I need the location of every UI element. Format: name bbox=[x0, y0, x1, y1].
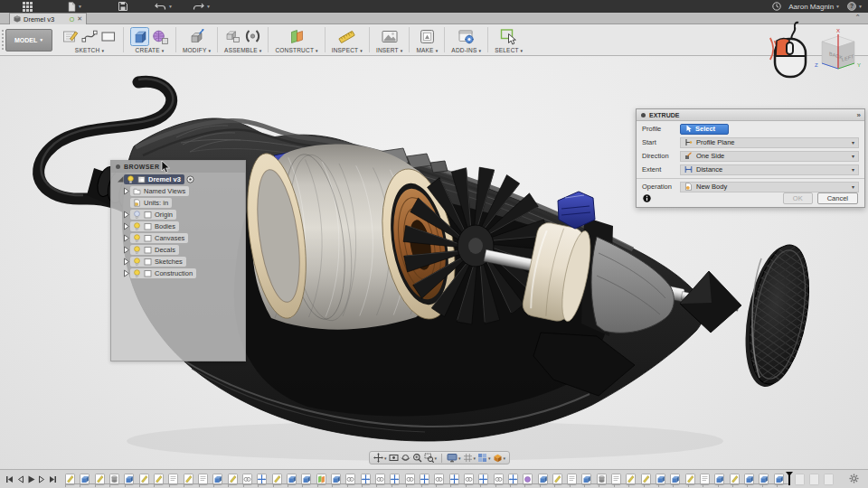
zoom-button[interactable] bbox=[412, 453, 422, 463]
extent-dropdown[interactable]: Distance▾ bbox=[680, 164, 859, 175]
browser-panel-header[interactable]: BROWSER bbox=[111, 161, 245, 173]
timeline-step-forward-icon[interactable] bbox=[38, 475, 46, 483]
new-component-icon[interactable] bbox=[224, 28, 241, 45]
viewports-button[interactable]: ▾ bbox=[477, 453, 491, 463]
visibility-bulb-icon[interactable] bbox=[133, 269, 141, 277]
user-menu[interactable]: Aaron Magnin ▼ bbox=[788, 0, 840, 13]
view-cube[interactable]: BACK LEFT X Y Z bbox=[812, 27, 864, 74]
ok-button[interactable]: OK bbox=[783, 192, 813, 204]
visibility-bulb-icon[interactable] bbox=[133, 246, 141, 254]
redo-icon[interactable]: ▼ bbox=[193, 0, 211, 13]
3d-print-icon[interactable] bbox=[419, 28, 436, 45]
toolbar-group-label[interactable]: SELECT ▾ bbox=[495, 47, 523, 53]
collapsed-arrow-icon[interactable] bbox=[123, 211, 130, 219]
direction-dropdown[interactable]: One Side▾ bbox=[680, 151, 859, 162]
cancel-button[interactable]: Cancel bbox=[817, 192, 858, 204]
toolbar-group-label[interactable]: CONSTRUCT ▾ bbox=[275, 47, 317, 53]
doc-icon bbox=[133, 199, 141, 207]
toolbar-groups: SKETCH ▾CREATE ▾MODIFY ▾ASSEMBLE ▾CONSTR… bbox=[56, 24, 529, 55]
toolbar-group-label[interactable]: ADD-INS ▾ bbox=[451, 47, 481, 53]
collapsed-arrow-icon[interactable] bbox=[123, 187, 130, 195]
browser-item-bodies[interactable]: Bodies bbox=[111, 221, 245, 231]
timeline-skip-start-icon[interactable] bbox=[5, 475, 14, 483]
browser-item-construction[interactable]: Construction bbox=[111, 267, 245, 278]
activate-radio-icon[interactable] bbox=[186, 175, 194, 183]
form-icon[interactable] bbox=[152, 28, 169, 45]
undo-icon[interactable]: ▼ bbox=[155, 0, 173, 13]
add-ins-icon[interactable] bbox=[458, 28, 475, 45]
toolbar-group-label[interactable]: ASSEMBLE ▾ bbox=[224, 47, 261, 53]
create-sketch-icon[interactable] bbox=[62, 28, 79, 44]
construction-plane-icon[interactable] bbox=[288, 28, 306, 45]
zoom-window-button[interactable]: ▾ bbox=[424, 453, 438, 463]
browser-root-dremel-v3[interactable]: Dremel v3 bbox=[111, 174, 245, 184]
browser-item-origin[interactable]: Origin bbox=[111, 209, 245, 220]
browser-item-named-views[interactable]: Named Views bbox=[111, 185, 245, 196]
timeline-feature-suppressed[interactable] bbox=[809, 474, 819, 485]
joint-icon[interactable] bbox=[244, 28, 261, 45]
help-icon[interactable]: ? ▼ bbox=[847, 0, 863, 13]
visual-style-button[interactable]: ▾ bbox=[493, 453, 506, 463]
notifications-clock-icon[interactable] bbox=[772, 0, 781, 13]
press-pull-icon[interactable] bbox=[188, 28, 205, 45]
display-settings-button[interactable]: ▾ bbox=[447, 453, 461, 463]
toolbar-group-label[interactable]: MAKE ▾ bbox=[416, 47, 438, 53]
timeline-step-back-icon[interactable] bbox=[16, 475, 24, 483]
toolbar-group-label[interactable]: SKETCH ▾ bbox=[75, 47, 104, 53]
look-at-button[interactable] bbox=[389, 453, 399, 463]
timeline-feature-suppressed[interactable] bbox=[795, 474, 805, 485]
toolbar-group-label[interactable]: INSPECT ▾ bbox=[332, 47, 363, 53]
distance-icon bbox=[684, 165, 693, 174]
timeline-play-icon[interactable] bbox=[27, 475, 35, 483]
grid-snap-button[interactable]: ▾ bbox=[463, 453, 476, 463]
browser-item-sketches[interactable]: Sketches bbox=[111, 256, 245, 267]
start-dropdown[interactable]: Profile Plane▾ bbox=[680, 137, 859, 148]
toolbar-group-label[interactable]: CREATE ▾ bbox=[136, 47, 165, 53]
collapsed-arrow-icon[interactable] bbox=[123, 246, 130, 254]
tab-dremel-v3[interactable]: Dremel v3 O ✕ bbox=[9, 13, 87, 24]
timeline-feature-suppressed[interactable] bbox=[824, 474, 834, 485]
tab-close-icon[interactable]: ✕ bbox=[77, 15, 82, 23]
measure-icon[interactable] bbox=[337, 28, 356, 45]
collapsed-arrow-icon[interactable] bbox=[123, 222, 130, 230]
profile-select-button[interactable]: Select bbox=[680, 124, 729, 135]
toolbar-group-label[interactable]: INSERT ▾ bbox=[376, 47, 403, 53]
browser-item-units-in[interactable]: Units: in bbox=[111, 197, 245, 208]
collapsed-arrow-icon[interactable] bbox=[123, 234, 130, 242]
dropdown-caret-icon: ▾ bbox=[852, 139, 854, 145]
viewport-3d[interactable]: BROWSER Dremel v3Named ViewsUnits: inOri… bbox=[0, 56, 868, 469]
visibility-bulb-icon[interactable] bbox=[133, 258, 141, 266]
toolbar-group-label[interactable]: MODIFY ▾ bbox=[183, 47, 211, 53]
extrude-active-icon[interactable] bbox=[130, 27, 149, 46]
file-menu-icon[interactable]: ▼ bbox=[68, 0, 82, 13]
dialog-expand-icon[interactable]: » bbox=[857, 111, 860, 119]
apps-grid-icon[interactable] bbox=[23, 0, 33, 13]
browser-item-decals[interactable]: Decals bbox=[111, 244, 245, 255]
select-icon[interactable] bbox=[500, 28, 518, 45]
timeline-skip-end-icon[interactable] bbox=[49, 475, 57, 483]
collapse-toolbar-icon[interactable]: ⌃ bbox=[854, 14, 861, 22]
dialog-grip-icon bbox=[641, 113, 646, 117]
orbit-button[interactable] bbox=[401, 453, 410, 463]
extrude-dialog-header[interactable]: EXTRUDE » bbox=[637, 109, 864, 121]
toolbar-group-assemble: ASSEMBLE ▾ bbox=[218, 24, 268, 55]
pan-icon bbox=[373, 453, 383, 463]
browser-item-canvases[interactable]: Canvases bbox=[111, 232, 245, 243]
save-icon[interactable] bbox=[118, 0, 127, 13]
visibility-bulb-icon[interactable] bbox=[127, 175, 135, 183]
visibility-bulb-icon[interactable] bbox=[133, 211, 141, 219]
timeline-settings-gear-icon[interactable] bbox=[849, 471, 859, 487]
info-icon[interactable] bbox=[643, 194, 651, 202]
insert-image-icon[interactable] bbox=[381, 28, 399, 45]
timeline-ruler bbox=[65, 483, 788, 487]
visibility-bulb-icon[interactable] bbox=[133, 222, 141, 230]
visibility-bulb-icon[interactable] bbox=[133, 234, 141, 242]
collapsed-arrow-icon[interactable] bbox=[123, 269, 130, 277]
expanded-arrow-icon[interactable] bbox=[117, 175, 124, 183]
collapsed-arrow-icon[interactable] bbox=[123, 258, 130, 266]
pan-button[interactable]: ▾ bbox=[373, 453, 387, 463]
spline-icon[interactable] bbox=[81, 28, 98, 44]
rectangle-icon[interactable] bbox=[100, 28, 117, 44]
tab-label: Dremel v3 bbox=[24, 15, 54, 23]
workspace-switcher-button[interactable]: MODEL ▼ bbox=[5, 29, 52, 52]
